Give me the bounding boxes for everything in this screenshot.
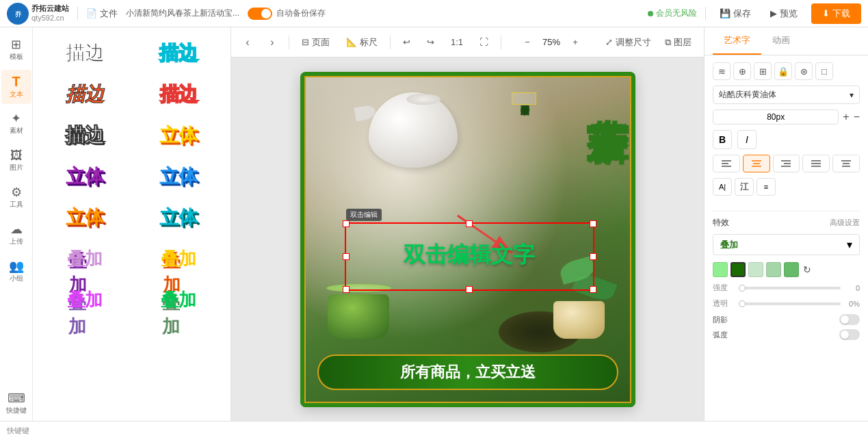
handle-bot-mid[interactable] [466,286,473,293]
sidebar-item-image[interactable]: 🖼 图片 [1,144,31,178]
fx-icon-5[interactable]: ⊛ [795,62,813,80]
color-swatch-4[interactable] [766,262,781,277]
color-swatch-1[interactable] [713,262,728,277]
style-overlap-purple[interactable]: 叠加 叠加 [38,238,132,279]
fx-icon-1[interactable]: ≋ [713,62,731,80]
shadow-label: 阴影 [713,315,728,325]
size-increase-btn[interactable]: + [843,111,849,123]
advanced-settings-btn[interactable]: 高级设置 [830,218,860,228]
right-panel-tabs: 艺术字 动画 [705,27,868,55]
style-solid-yellow[interactable]: 立体 [132,115,226,156]
opacity-slider[interactable] [739,302,841,305]
sidebar-item-team[interactable]: 👥 小组 [1,255,31,289]
zoom-out-btn[interactable]: − [520,35,535,50]
color-swatch-2[interactable] [731,262,746,277]
canvas-board[interactable]: 品质好茶不可错过 春茶新上市 双击编辑 [300,72,635,407]
svg-text:乔: 乔 [15,11,22,18]
app-logo[interactable]: 乔 乔拓云建站 qty592.cn [7,3,69,25]
download-button[interactable]: ⬇ 下载 [811,3,861,24]
style-stroke-black[interactable]: 描边 [38,115,132,156]
swatch-refresh-btn[interactable]: ↻ [803,264,811,275]
style-stroke-white[interactable]: 描边 [38,33,132,74]
bold-btn[interactable]: B [713,130,732,149]
sep-3 [501,36,501,49]
fit-btn[interactable]: ⛶ [475,34,492,50]
fx-icon-6[interactable]: □ [815,62,833,80]
opacity-thumb[interactable] [739,300,746,307]
style-solid-teal[interactable]: 立体 [132,197,226,238]
color-swatch-5[interactable] [784,262,799,277]
text-style-btn[interactable]: 江 [735,178,754,196]
selected-text-element[interactable]: 双击编辑 双击编辑文字 [345,222,594,291]
file-menu[interactable]: 📄 文件 [86,8,118,20]
align-distribute-btn[interactable] [832,155,860,172]
style-solid-purple[interactable]: 立体 [38,156,132,197]
effect-selector[interactable]: 叠加 ▾ [713,234,860,255]
main-area: ⊞ 模板 T 文本 ✦ 素材 🖼 图片 ⚙ 工具 ☁ 上传 👥 小组 ⌨ [0,27,868,421]
next-button[interactable]: › [264,34,280,51]
style-overlap-orange[interactable]: 叠加 叠加 [132,238,226,279]
handle-top-left[interactable] [343,220,350,227]
resize-btn[interactable]: ⤢ 调整尺寸 [601,34,655,51]
tab-animation[interactable]: 动画 [761,27,801,55]
style-solid-blue[interactable]: 立体 [132,156,226,197]
prev-button[interactable]: ‹ [239,34,256,51]
handle-mid-left[interactable] [343,253,350,260]
save-button[interactable]: 💾 保存 [714,5,757,23]
undo-btn[interactable]: ↩ [399,34,415,50]
style-solid-orange[interactable]: 立体 [38,197,132,238]
ruler-btn[interactable]: 📐 标尺 [342,34,382,51]
shadow-toggle[interactable] [839,314,860,325]
style-stroke-orange[interactable]: 描边 [38,74,132,115]
color-swatch-3[interactable] [748,262,763,277]
sidebar-item-material[interactable]: ✦ 素材 [1,107,31,141]
text-list-btn[interactable]: ≡ [757,178,776,196]
bottom-banner[interactable]: 所有商品，立买立送 [317,354,618,390]
sidebar-item-tool[interactable]: ⚙ 工具 [1,181,31,215]
fx-icon-3[interactable]: ⊞ [754,62,772,80]
align-center-btn[interactable] [743,155,770,172]
handle-bot-left[interactable] [343,286,350,293]
page-view-btn[interactable]: ⊟ 页面 [298,34,334,51]
style-stroke-red[interactable]: 描边 [132,74,226,115]
align-right-btn[interactable] [773,155,800,172]
teapot-decoration [355,86,464,174]
resize-icon: ⤢ [605,37,613,47]
preview-button[interactable]: ▶ 预览 [765,5,803,23]
zoom-in-btn[interactable]: + [568,35,583,50]
teapot-body [369,92,458,168]
sidebar-item-template[interactable]: ⊞ 模板 [1,33,31,67]
handle-top-right[interactable] [590,220,596,227]
tea-cup-green [328,284,396,339]
style-stroke-teal[interactable]: 描边 [132,33,226,74]
font-size-input[interactable] [713,109,839,125]
tab-art-text[interactable]: 艺术字 [713,27,761,55]
font-selector[interactable]: 站酷庆科黄油体 ▾ [713,86,860,104]
intensity-thumb[interactable] [739,285,746,292]
fx-icon-4[interactable]: 🔒 [774,62,792,80]
sidebar-item-upload[interactable]: ☁ 上传 [1,218,31,252]
italic-btn[interactable]: I [737,130,757,149]
selected-text-content[interactable]: 双击编辑文字 [346,224,593,285]
autosave-switch[interactable] [248,8,272,20]
scale-reset-btn[interactable]: 1:1 [447,34,467,50]
align-justify-btn[interactable] [802,155,830,172]
text-direction-btn[interactable]: A| [713,178,732,196]
effect-name: 叠加 [720,239,738,251]
fx-icon-2[interactable]: ⊕ [733,62,751,80]
handle-mid-right[interactable] [590,253,596,260]
sidebar-item-shortcut[interactable]: ⌨ 快捷键 [1,387,31,421]
layers-btn[interactable]: ⧉ 图层 [661,34,696,51]
shadow-row: 阴影 [713,314,860,325]
handle-bot-right[interactable] [590,286,596,293]
intensity-slider[interactable] [739,287,841,289]
bend-toggle[interactable] [839,329,860,340]
canvas-container[interactable]: 品质好茶不可错过 春茶新上市 双击编辑 [231,57,704,421]
upload-icon: ☁ [10,223,23,235]
redo-btn[interactable]: ↪ [423,34,438,50]
size-decrease-btn[interactable]: − [854,111,860,123]
handle-top-mid[interactable] [466,220,473,227]
autosave-toggle[interactable]: 自动备份保存 [248,8,326,20]
align-left-btn[interactable] [713,155,740,172]
sidebar-item-text[interactable]: T 文本 [1,70,31,104]
